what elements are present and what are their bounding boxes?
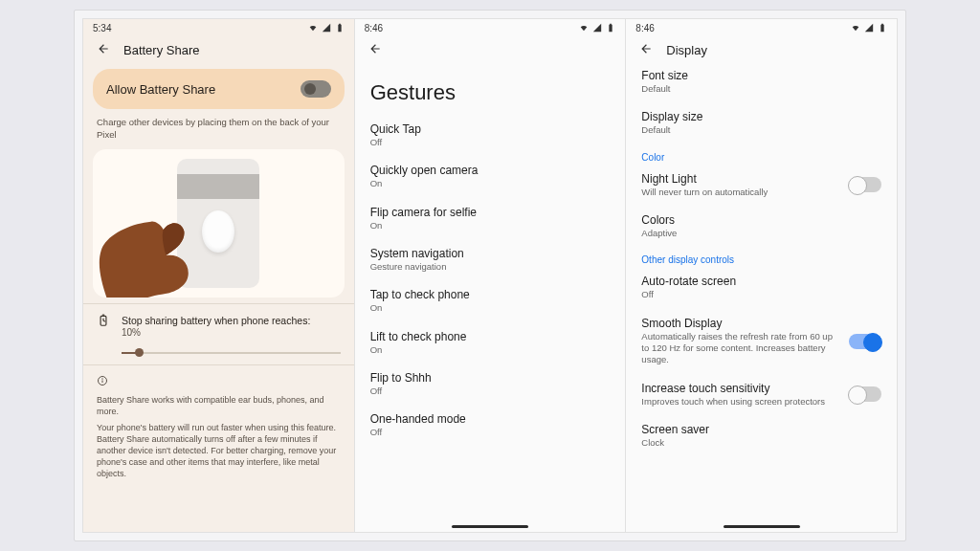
setting-label: Night Light bbox=[641, 172, 835, 186]
slider-value: 10% bbox=[122, 327, 310, 338]
stop-sharing-row: Stop sharing battery when phone reaches:… bbox=[83, 303, 354, 342]
charge-description: Charge other devices by placing them on … bbox=[83, 115, 354, 147]
setting-label: System navigation bbox=[370, 247, 611, 260]
slider-thumb[interactable] bbox=[135, 348, 144, 357]
setting-label: Quickly open camera bbox=[370, 164, 611, 177]
setting-label: Flip camera for selfie bbox=[370, 206, 611, 219]
setting-sub: Gesture navigation bbox=[370, 261, 611, 273]
nav-pill[interactable] bbox=[724, 525, 800, 528]
page-title: Gestures bbox=[355, 65, 626, 115]
setting-label: Increase touch sensitivity bbox=[641, 382, 835, 395]
setting-font-size[interactable]: Font sizeDefault bbox=[626, 61, 897, 102]
clock: 8:46 bbox=[365, 23, 383, 33]
setting-tap-to-check[interactable]: Tap to check phoneOn bbox=[355, 280, 626, 321]
night-light-toggle[interactable] bbox=[849, 177, 881, 192]
screen-gestures: 8:46 Gestures Quick TapOff Quickly open … bbox=[355, 18, 627, 533]
setting-sub: Off bbox=[641, 289, 881, 300]
info-section: Battery Share works with compatible ear … bbox=[83, 364, 354, 489]
status-icons bbox=[579, 23, 615, 33]
battery-share-icon bbox=[97, 314, 110, 329]
section-other-controls: Other display controls bbox=[626, 247, 897, 267]
back-arrow-icon bbox=[368, 42, 382, 55]
setting-sub: Automatically raises the refresh rate fr… bbox=[641, 331, 835, 366]
setting-label: Colors bbox=[641, 213, 881, 227]
threshold-slider[interactable] bbox=[122, 343, 341, 363]
illustration bbox=[93, 149, 345, 298]
setting-lift-to-check[interactable]: Lift to check phoneOn bbox=[355, 322, 626, 364]
status-icons bbox=[308, 23, 345, 33]
setting-sub: On bbox=[370, 178, 611, 189]
setting-colors[interactable]: ColorsAdaptive bbox=[626, 206, 897, 247]
setting-sub: Will never turn on automatically bbox=[641, 187, 835, 198]
slider-label: Stop sharing battery when phone reaches: bbox=[122, 314, 310, 328]
back-button[interactable] bbox=[368, 42, 382, 57]
setting-sub: Default bbox=[641, 124, 881, 136]
page-title: Battery Share bbox=[123, 43, 200, 57]
setting-one-handed[interactable]: One-handed modeOff bbox=[355, 405, 626, 446]
setting-sub: Off bbox=[370, 386, 611, 397]
setting-display-size[interactable]: Display sizeDefault bbox=[626, 102, 897, 143]
setting-screen-saver[interactable]: Screen saverClock bbox=[626, 415, 897, 456]
setting-label: Flip to Shhh bbox=[370, 371, 611, 385]
battery-icon bbox=[335, 23, 345, 33]
setting-sub: Default bbox=[641, 83, 881, 95]
touch-sensitivity-toggle[interactable] bbox=[849, 386, 881, 402]
allow-toggle[interactable] bbox=[301, 80, 331, 98]
setting-sub: On bbox=[370, 302, 611, 314]
status-icons bbox=[851, 23, 887, 33]
setting-sub: Off bbox=[370, 427, 611, 438]
nav-pill[interactable] bbox=[452, 525, 528, 528]
setting-night-light[interactable]: Night LightWill never turn on automatica… bbox=[626, 165, 897, 206]
battery-icon bbox=[878, 23, 887, 33]
section-color: Color bbox=[626, 144, 897, 165]
setting-sub: On bbox=[370, 220, 611, 231]
svg-point-3 bbox=[102, 379, 103, 380]
setting-label: Smooth Display bbox=[641, 317, 835, 330]
setting-smooth-display[interactable]: Smooth DisplayAutomatically raises the r… bbox=[626, 309, 897, 374]
setting-quickly-open-camera[interactable]: Quickly open cameraOn bbox=[355, 156, 626, 197]
setting-sub: Off bbox=[370, 137, 611, 148]
setting-touch-sensitivity[interactable]: Increase touch sensitivityImproves touch… bbox=[626, 374, 897, 415]
setting-label: One-handed mode bbox=[370, 412, 611, 426]
wifi-icon bbox=[579, 23, 589, 33]
status-bar: 8:46 bbox=[355, 19, 626, 36]
screen-battery-share: 5:34 Battery Share Allow Battery Share C… bbox=[82, 18, 355, 533]
info-icon bbox=[97, 375, 108, 386]
setting-label: Auto-rotate screen bbox=[641, 275, 881, 288]
status-bar: 5:34 bbox=[83, 19, 354, 36]
back-arrow-icon bbox=[639, 42, 653, 55]
setting-label: Screen saver bbox=[641, 423, 881, 436]
screen-display: 8:46 Display Font sizeDefault Display si… bbox=[626, 18, 898, 533]
back-button[interactable] bbox=[639, 42, 653, 57]
battery-icon bbox=[606, 23, 615, 33]
setting-label: Lift to check phone bbox=[370, 330, 611, 343]
setting-flip-camera-selfie[interactable]: Flip camera for selfieOn bbox=[355, 198, 626, 239]
setting-label: Display size bbox=[641, 110, 881, 123]
signal-icon bbox=[592, 23, 602, 33]
hand-icon bbox=[93, 181, 241, 298]
smooth-display-toggle[interactable] bbox=[849, 334, 881, 349]
setting-label: Font size bbox=[641, 69, 881, 82]
setting-quick-tap[interactable]: Quick TapOff bbox=[355, 115, 626, 156]
app-bar bbox=[355, 36, 626, 65]
back-button[interactable] bbox=[97, 42, 110, 57]
page-title: Display bbox=[666, 43, 707, 57]
wifi-icon bbox=[851, 23, 860, 33]
setting-flip-to-shhh[interactable]: Flip to ShhhOff bbox=[355, 364, 626, 405]
setting-sub: Adaptive bbox=[641, 228, 881, 239]
allow-label: Allow Battery Share bbox=[106, 82, 215, 97]
back-arrow-icon bbox=[97, 42, 110, 55]
allow-battery-share-row[interactable]: Allow Battery Share bbox=[93, 69, 345, 109]
signal-icon bbox=[322, 23, 331, 33]
setting-sub: On bbox=[370, 344, 611, 356]
clock: 5:34 bbox=[93, 23, 111, 33]
setting-system-navigation[interactable]: System navigationGesture navigation bbox=[355, 239, 626, 280]
setting-auto-rotate[interactable]: Auto-rotate screenOff bbox=[626, 267, 897, 308]
slider-track bbox=[122, 352, 341, 354]
setting-label: Tap to check phone bbox=[370, 288, 611, 301]
signal-icon bbox=[864, 23, 874, 33]
info-text-1: Battery Share works with compatible ear … bbox=[97, 394, 341, 417]
setting-sub: Improves touch when using screen protect… bbox=[641, 396, 835, 408]
info-text-2: Your phone's battery will run out faster… bbox=[97, 422, 341, 480]
setting-label: Quick Tap bbox=[370, 122, 611, 136]
